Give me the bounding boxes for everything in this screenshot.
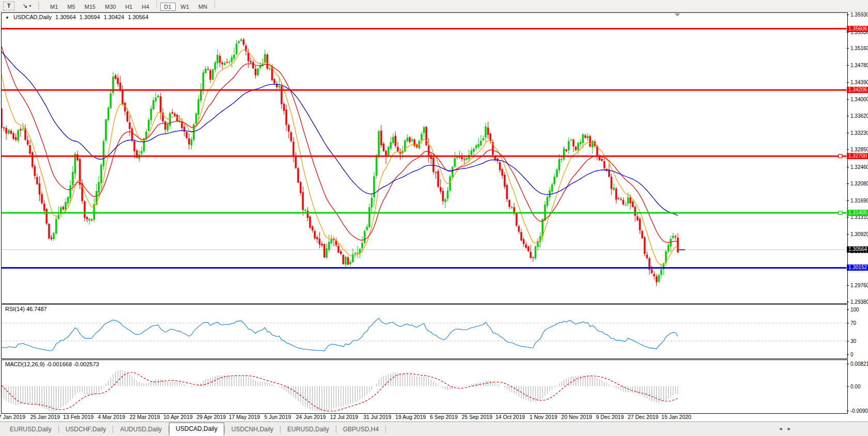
rsi-tick-dash xyxy=(847,309,849,310)
chart-header: ▼ USDCAD,Daily 1.30564 1.30594 1.30424 1… xyxy=(5,14,150,20)
arrows-tool-icon: ↘ xyxy=(22,2,27,9)
date-label: 17 May 2019 xyxy=(229,414,260,420)
timeframe-button-h1[interactable]: H1 xyxy=(121,3,136,11)
timeframe-button-h4[interactable]: H4 xyxy=(137,3,153,11)
tab-scroll-arrows[interactable]: ◄► xyxy=(778,426,796,431)
arrows-tool-button[interactable]: ↘ ▾ xyxy=(22,1,32,10)
price-tick-label: 1.30920 xyxy=(850,231,868,237)
rsi-tick-label: 70 xyxy=(850,320,856,326)
date-label: 20 Nov 2019 xyxy=(561,414,592,420)
date-label: 25 Sep 2019 xyxy=(461,414,492,420)
timeframe-button-m5[interactable]: M5 xyxy=(63,3,79,11)
price-tick-label: 1.32850 xyxy=(850,147,868,152)
rsi-label: RSI(14) 46.7487 xyxy=(5,306,47,312)
date-label: 25 Jan 2019 xyxy=(30,414,60,420)
date-label: 14 Oct 2019 xyxy=(495,414,525,420)
macd-tick-label: 0.00 xyxy=(850,384,860,390)
date-label: 5 Jun 2019 xyxy=(264,414,291,420)
chart-tab-usdchf-daily[interactable]: USDCHF,Daily xyxy=(59,423,113,435)
chart-header-caret[interactable]: ▼ xyxy=(5,15,9,20)
price-tick-label: 1.34780 xyxy=(850,63,868,68)
date-label: 27 Dec 2019 xyxy=(628,414,659,420)
price-tick-label: 1.33620 xyxy=(850,113,868,119)
date-label: 29 Apr 2019 xyxy=(196,414,226,420)
macd-tick-dash xyxy=(847,411,849,411)
price-tick-dash xyxy=(847,200,849,201)
date-label: 7 Jan 2019 xyxy=(0,414,25,420)
rsi-tick-dash xyxy=(847,341,849,341)
chart-tab-usdcad-daily[interactable]: USDCAD,Daily xyxy=(169,423,224,436)
chart-tab-eurusd-daily[interactable]: EURUSD,Daily xyxy=(281,423,336,435)
date-label: 15 Jan 2020 xyxy=(661,414,691,420)
candlestick-chart[interactable] xyxy=(2,13,846,302)
rsi-tick-label: 0 xyxy=(850,352,854,357)
chart-tab-eurusd-daily[interactable]: EURUSD,Daily xyxy=(3,423,58,435)
timeframe-button-mn[interactable]: MN xyxy=(194,3,211,11)
date-label: 1 Nov 2019 xyxy=(530,414,557,420)
toolbar-separator xyxy=(214,1,215,9)
quote-close: 1.30564 xyxy=(128,14,149,20)
chart-tabs: EURUSD,DailyUSDCHF,DailyAUDUSD,DailyUSDC… xyxy=(3,423,386,436)
mt4-window: T ↘ ▾ M1M5M15M30H1H4D1W1MN ▼ USDCAD,Dail… xyxy=(0,0,868,436)
rsi-tick-label: 30 xyxy=(850,338,856,344)
price-tick-label: 1.35930 xyxy=(850,12,868,18)
price-tick-dash xyxy=(847,183,849,184)
price-tick-label: 1.32460 xyxy=(850,164,868,170)
toolbar: T ↘ ▾ M1M5M15M30H1H4D1W1MN xyxy=(0,0,868,12)
macd-tick-label: 0.008214 xyxy=(850,361,868,367)
chart-tab-audusd-daily[interactable]: AUDUSD,Daily xyxy=(113,423,168,435)
level-price-label: 1.31405 xyxy=(847,210,868,216)
macd-chart[interactable] xyxy=(2,360,846,412)
price-tick-label: 1.29380 xyxy=(850,299,868,305)
timeframe-button-m1[interactable]: M1 xyxy=(46,3,62,11)
main-chart-panel[interactable]: ▼ USDCAD,Daily 1.30564 1.30594 1.30424 1… xyxy=(1,12,848,304)
timeframe-button-m30[interactable]: M30 xyxy=(101,3,120,11)
price-axis[interactable]: 1.359301.355301.351601.347801.343901.340… xyxy=(847,11,868,414)
date-label: 13 Feb 2019 xyxy=(63,414,94,420)
chart-symbol-period: USDCAD,Daily xyxy=(13,14,52,20)
price-tick-label: 1.32080 xyxy=(850,181,868,186)
price-tick-dash xyxy=(847,48,849,49)
text-label-tool-button[interactable]: T xyxy=(3,2,14,10)
macd-indicator-panel[interactable]: MACD(12,26,9) -0.001668 -0.002573 xyxy=(1,360,848,414)
toolbar-grip xyxy=(38,2,40,9)
price-tick-label: 1.29760 xyxy=(850,283,868,288)
rsi-chart[interactable] xyxy=(2,305,846,357)
chart-tab-usdcnh-daily[interactable]: USDCNH,Daily xyxy=(225,423,280,435)
arrows-dropdown-caret[interactable]: ▾ xyxy=(29,4,32,8)
toolbar-separator xyxy=(157,1,157,9)
rsi-tick-dash xyxy=(847,323,849,323)
chart-tab-gbpusd-h4[interactable]: GBPUSD,H4 xyxy=(336,423,385,435)
date-label: 19 Aug 2019 xyxy=(395,414,426,420)
date-label: 31 Jul 2019 xyxy=(363,414,391,420)
level-price-label: 1.34206 xyxy=(847,87,868,93)
price-tick-dash xyxy=(847,302,849,302)
rsi-indicator-panel[interactable]: RSI(14) 46.7487 xyxy=(1,304,848,359)
text-label-tool-icon: T xyxy=(7,3,11,9)
date-label: 10 Apr 2019 xyxy=(163,414,193,420)
price-tick-dash xyxy=(847,234,849,235)
price-tick-dash xyxy=(847,82,849,83)
price-tick-dash xyxy=(847,149,849,150)
macd-label: MACD(12,26,9) -0.001668 -0.002573 xyxy=(5,361,99,367)
time-axis[interactable]: 7 Jan 201925 Jan 201913 Feb 20194 Mar 20… xyxy=(0,413,868,421)
date-label: 4 Mar 2019 xyxy=(98,414,125,420)
price-tick-label: 1.33230 xyxy=(850,130,868,136)
price-tick-label: 1.34390 xyxy=(850,80,868,85)
timeframe-buttons: M1M5M15M30H1H4D1W1MN xyxy=(45,1,218,11)
quote-open: 1.30564 xyxy=(55,14,76,20)
rsi-tick-dash xyxy=(847,354,849,355)
price-tick-label: 1.31690 xyxy=(850,198,868,204)
date-label: 22 Mar 2019 xyxy=(130,414,160,420)
date-label: 12 Jul 2019 xyxy=(330,414,358,420)
quote-high: 1.30594 xyxy=(80,14,100,20)
timeframe-button-m15[interactable]: M15 xyxy=(81,3,100,11)
price-tick-dash xyxy=(847,133,849,133)
level-price-label: 1.35606 xyxy=(847,26,868,32)
price-tick-dash xyxy=(847,217,849,217)
timeframe-button-d1[interactable]: D1 xyxy=(160,3,176,11)
tab-separator xyxy=(385,426,386,433)
price-tick-dash xyxy=(847,116,849,116)
chart-tab-bar: EURUSD,DailyUSDCHF,DailyAUDUSD,DailyUSDC… xyxy=(0,422,868,436)
timeframe-button-w1[interactable]: W1 xyxy=(177,3,194,11)
